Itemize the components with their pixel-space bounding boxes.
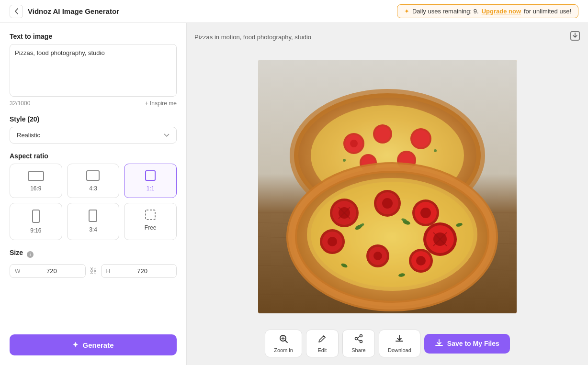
- width-input-group: W: [10, 264, 86, 278]
- edit-label: Edit: [317, 347, 327, 353]
- svg-point-30: [434, 149, 437, 152]
- char-count: 32/1000: [10, 100, 30, 107]
- height-input-group: H: [101, 264, 177, 278]
- ratio-3-4-icon: [88, 209, 98, 222]
- banner-text-prefix: Daily uses remaining: 9.: [412, 8, 479, 15]
- height-label: H: [106, 268, 111, 275]
- svg-point-29: [343, 159, 346, 162]
- size-section: Size i W ⛓ H: [10, 249, 177, 278]
- right-panel: Pizzas in motion, food photography, stud…: [187, 23, 588, 365]
- svg-point-74: [360, 335, 362, 337]
- spark-icon: ✦: [404, 8, 409, 15]
- text-to-image-label: Text to image: [10, 33, 177, 40]
- pizza-image: [258, 60, 517, 313]
- ratio-1-1-icon: [145, 170, 156, 181]
- zoom-in-button[interactable]: Zoom in: [265, 330, 302, 357]
- ratio-4-3[interactable]: 4:3: [67, 164, 120, 198]
- ratio-grid: 16:9 4:3 1:1: [10, 164, 177, 240]
- image-prompt-bar: Pizzas in motion, food photography, stud…: [194, 31, 580, 44]
- pizza-svg: [258, 60, 517, 313]
- prompt-textarea[interactable]: [10, 44, 177, 97]
- size-label: Size: [10, 249, 23, 256]
- banner-text-suffix: for unlimited use!: [524, 8, 571, 15]
- svg-rect-2: [146, 171, 155, 180]
- style-select[interactable]: Realistic Anime Oil Painting Watercolor …: [10, 127, 177, 144]
- ratio-4-3-icon: [86, 170, 100, 181]
- share-icon: [354, 334, 363, 346]
- inspire-button[interactable]: + Inspire me: [145, 100, 177, 107]
- aspect-ratio-label: Aspect ratio: [10, 152, 177, 160]
- ratio-3-4[interactable]: 3:4: [67, 203, 120, 240]
- download-label: Download: [388, 347, 411, 353]
- app-title: Vidnoz AI Image Generator: [28, 7, 119, 15]
- zoom-in-icon: [279, 334, 288, 346]
- top-bar: Vidnoz AI Image Generator ✦ Daily uses r…: [0, 0, 588, 23]
- height-input[interactable]: [113, 267, 171, 275]
- svg-line-78: [357, 339, 360, 341]
- generate-spark-icon: ✦: [72, 341, 79, 349]
- ratio-1-1[interactable]: 1:1: [124, 164, 177, 198]
- svg-point-48: [420, 208, 431, 218]
- save-files-icon: [435, 339, 443, 349]
- svg-point-62: [416, 256, 426, 265]
- svg-line-71: [285, 341, 288, 343]
- svg-rect-5: [146, 210, 155, 220]
- ratio-9-16[interactable]: 9:16: [10, 203, 62, 240]
- svg-point-22: [375, 126, 390, 142]
- upgrade-link[interactable]: Upgrade now: [482, 8, 521, 15]
- svg-point-75: [360, 341, 362, 343]
- save-to-files-header-icon[interactable]: [570, 31, 580, 44]
- svg-point-51: [328, 237, 337, 246]
- share-label: Share: [351, 347, 365, 353]
- aspect-ratio-section: Aspect ratio 16:9 4:3: [10, 152, 177, 240]
- svg-point-59: [373, 252, 382, 260]
- left-panel: Text to image 32/1000 + Inspire me Style…: [0, 23, 187, 365]
- width-label: W: [15, 268, 20, 275]
- zoom-in-label: Zoom in: [274, 347, 293, 353]
- edit-icon: [317, 334, 327, 346]
- ratio-16-9-icon: [27, 170, 45, 181]
- ratio-9-16-icon: [32, 209, 40, 223]
- svg-point-20: [350, 140, 358, 147]
- image-container: [194, 49, 580, 324]
- download-button[interactable]: Download: [379, 330, 420, 357]
- image-prompt-text: Pizzas in motion, food photography, stud…: [194, 33, 311, 41]
- action-bar: Zoom in Edit: [194, 330, 580, 357]
- svg-point-45: [382, 198, 393, 209]
- svg-rect-4: [89, 210, 97, 221]
- top-bar-left: Vidnoz AI Image Generator: [10, 5, 119, 18]
- svg-rect-1: [87, 171, 99, 180]
- size-info-icon: i: [27, 251, 34, 258]
- generate-button[interactable]: ✦ Generate: [10, 334, 177, 355]
- save-files-label: Save to My Files: [447, 340, 499, 347]
- download-icon: [395, 334, 404, 346]
- svg-point-24: [412, 130, 430, 147]
- style-section: Style (20) Realistic Anime Oil Painting …: [10, 115, 177, 144]
- main-layout: Text to image 32/1000 + Inspire me Style…: [0, 23, 588, 365]
- size-row: W ⛓ H: [10, 264, 177, 278]
- generate-label: Generate: [82, 341, 113, 349]
- edit-button[interactable]: Edit: [306, 330, 339, 357]
- prompt-footer: 32/1000 + Inspire me: [10, 100, 177, 107]
- width-input[interactable]: [23, 267, 80, 275]
- svg-line-77: [357, 336, 360, 338]
- svg-rect-0: [28, 172, 44, 180]
- back-button[interactable]: [10, 5, 23, 18]
- svg-point-76: [355, 338, 357, 340]
- save-to-files-button[interactable]: Save to My Files: [424, 334, 510, 354]
- ratio-free[interactable]: Free: [124, 203, 177, 240]
- ratio-free-icon: [145, 209, 156, 221]
- share-button[interactable]: Share: [342, 330, 375, 357]
- text-to-image-section: Text to image 32/1000 + Inspire me: [10, 33, 177, 107]
- link-icon: ⛓: [90, 267, 97, 276]
- upgrade-banner: ✦ Daily uses remaining: 9. Upgrade now f…: [397, 4, 578, 18]
- ratio-16-9[interactable]: 16:9: [10, 164, 62, 198]
- svg-rect-3: [33, 210, 39, 222]
- style-label: Style (20): [10, 115, 177, 123]
